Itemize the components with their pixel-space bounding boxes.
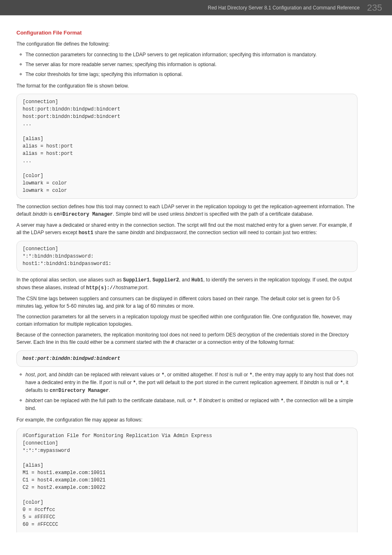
intro-text: The configuration file defines the follo… [16, 40, 357, 48]
list-item: The color thresholds for time lags; spec… [16, 71, 357, 78]
list-item: bindcert can be replaced with the full p… [16, 397, 357, 412]
para-csn: The CSN time lags between suppliers and … [16, 295, 357, 310]
list-item: host, port, and binddn can be replaced w… [16, 371, 357, 394]
format-lead: The format for the configuration file is… [16, 82, 357, 90]
doc-title: Red Hat Directory Server 8.1 Configurati… [208, 4, 360, 12]
para-connection-2: A server may have a dedicated or shared … [16, 221, 357, 237]
page-number: 235 [367, 1, 382, 14]
list-item: The server alias for more readable serve… [16, 61, 357, 68]
hostline-notes: host, port, and binddn can be replaced w… [16, 371, 357, 412]
list-item: The connection parameters for connecting… [16, 51, 357, 58]
code-hostline: host:port:binddn:bindpwd:bindcert [16, 350, 357, 367]
page-content: Configuration File Format The configurat… [0, 16, 374, 553]
section-heading: Configuration File Format [16, 29, 357, 37]
para-example: For example, the configuration file may … [16, 416, 357, 424]
code-format: [connection] host:port:binddn:bindpwd:bi… [16, 94, 357, 199]
code-conn2: [connection] *:*:binddn:bindpassword: ho… [16, 241, 357, 272]
para-multi: The connection parameters for all the se… [16, 313, 357, 328]
page-header: Red Hat Directory Server 8.1 Configurati… [0, 0, 392, 16]
code-example: #Configuration File for Monitoring Repli… [16, 428, 357, 532]
para-alias: In the optional alias section, use alias… [16, 276, 357, 292]
para-connection-1: The connection section defines how this … [16, 203, 357, 218]
defines-list: The connection parameters for connecting… [16, 51, 357, 78]
para-des: Because of the connection parameters, th… [16, 331, 357, 346]
